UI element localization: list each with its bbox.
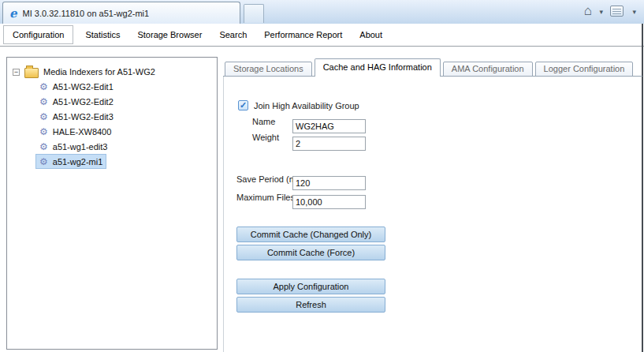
- menu-item-configuration[interactable]: Configuration: [3, 25, 73, 44]
- commit-cache-changed-only-button[interactable]: Commit Cache (Changed Only): [236, 227, 385, 242]
- collapse-expander-icon[interactable]: −: [13, 69, 20, 76]
- browser-chrome: e MI 3.0.32.11810 on a51-wg2-mi1 ⌂ ▾ ▾: [0, 0, 644, 24]
- tree-item-a51-wg2-edit1[interactable]: ⚙ A51-WG2-Edit1: [35, 79, 117, 94]
- browser-window: e MI 3.0.32.11810 on a51-wg2-mi1 ⌂ ▾ ▾ C…: [0, 0, 644, 352]
- apply-configuration-button[interactable]: Apply Configuration: [236, 279, 385, 294]
- maximum-files-label: Maximum Files: [236, 193, 295, 202]
- weight-label: Weight: [252, 133, 279, 142]
- tab-panel-left-border: [223, 76, 224, 352]
- tree-item-a51-wg1-edit3[interactable]: ⚙ a51-wg1-edit3: [35, 139, 111, 154]
- tree-item-label: A51-WG2-Edit1: [53, 82, 114, 92]
- home-icon[interactable]: ⌂: [584, 3, 592, 19]
- tree-item-hale-xw8400[interactable]: ⚙ HALE-XW8400: [35, 124, 115, 139]
- gear-icon: ⚙: [39, 82, 48, 92]
- weight-input[interactable]: [292, 137, 366, 151]
- tree-item-label: a51-wg2-mi1: [53, 157, 103, 167]
- menu-item-storage-browser[interactable]: Storage Browser: [128, 26, 210, 43]
- tree-item-label: a51-wg1-edit3: [53, 142, 108, 152]
- tree-item-a51-wg2-edit2[interactable]: ⚙ A51-WG2-Edit2: [35, 94, 117, 109]
- gear-icon: ⚙: [39, 97, 48, 107]
- configuration-tabstrip: Storage Locations Cache and HAG Informat…: [225, 58, 635, 77]
- commit-cache-force-button[interactable]: Commit Cache (Force): [236, 245, 385, 260]
- gear-icon: ⚙: [39, 127, 48, 137]
- tab-cache-and-hag-information[interactable]: Cache and HAG Information: [315, 58, 441, 77]
- menu-item-performance-report[interactable]: Performance Report: [255, 26, 351, 43]
- join-hag-label: Join High Availability Group: [254, 101, 359, 110]
- feeds-page-icon[interactable]: [610, 6, 624, 17]
- tree-item-label: A51-WG2-Edit2: [53, 97, 114, 107]
- new-tab-button[interactable]: [244, 4, 264, 23]
- gear-icon: ⚙: [39, 142, 48, 152]
- name-label: Name: [252, 117, 275, 126]
- tab-logger-configuration[interactable]: Logger Configuration: [535, 62, 634, 77]
- media-indexer-tree-panel: − Media Indexers for A51-WG2 ⚙ A51-WG2-E…: [6, 57, 218, 350]
- tree-item-label: HALE-XW8400: [53, 127, 112, 137]
- menu-item-about[interactable]: About: [351, 26, 391, 43]
- browser-tab-title: MI 3.0.32.11810 on a51-wg2-mi1: [23, 9, 150, 18]
- menu-bar: Configuration Statistics Storage Browser…: [0, 24, 644, 47]
- gear-icon: ⚙: [39, 157, 48, 167]
- menu-item-statistics[interactable]: Statistics: [76, 26, 128, 43]
- ie-logo-icon: e: [9, 8, 17, 19]
- tree-item-a51-wg2-mi1[interactable]: ⚙ a51-wg2-mi1: [35, 154, 106, 169]
- tree-root-label: Media Indexers for A51-WG2: [43, 67, 155, 77]
- browser-tab[interactable]: e MI 3.0.32.11810 on a51-wg2-mi1: [2, 2, 240, 24]
- save-period-input[interactable]: [292, 176, 366, 190]
- feeds-dropdown-chevron-icon[interactable]: ▾: [632, 8, 636, 16]
- maximum-files-input[interactable]: [292, 195, 366, 209]
- window-right-edge: [642, 24, 643, 352]
- tree-item-a51-wg2-edit3[interactable]: ⚙ A51-WG2-Edit3: [35, 109, 117, 124]
- refresh-button[interactable]: Refresh: [236, 297, 385, 313]
- menu-item-search[interactable]: Search: [210, 26, 255, 43]
- tab-storage-locations[interactable]: Storage Locations: [225, 62, 312, 77]
- tree-item-label: A51-WG2-Edit3: [53, 112, 114, 122]
- home-dropdown-chevron-icon[interactable]: ▾: [599, 8, 603, 16]
- gear-icon: ⚙: [39, 112, 48, 122]
- name-input[interactable]: [292, 119, 366, 133]
- open-folder-icon: [24, 68, 39, 78]
- tree-root-row[interactable]: − Media Indexers for A51-WG2: [13, 65, 217, 79]
- join-hag-checkbox[interactable]: ✓: [238, 100, 248, 110]
- tab-ama-configuration[interactable]: AMA Configuration: [443, 62, 533, 77]
